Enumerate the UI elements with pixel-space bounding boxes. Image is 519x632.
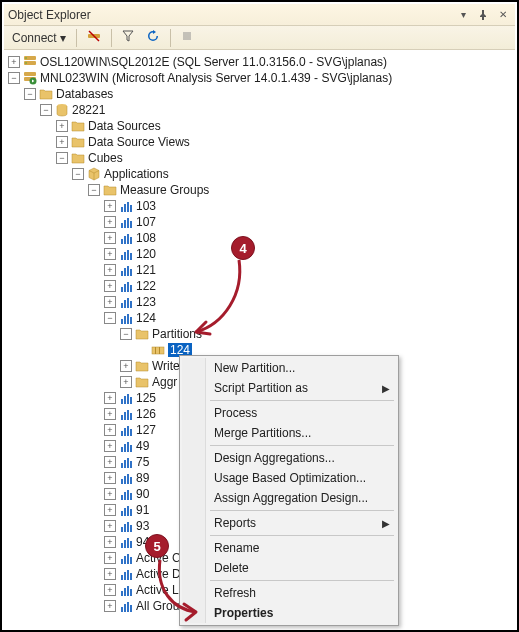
folder-icon bbox=[39, 87, 53, 101]
folder-icon bbox=[71, 119, 85, 133]
menu-properties[interactable]: Properties bbox=[182, 603, 396, 623]
menu-merge-partitions[interactable]: Merge Partitions... bbox=[182, 423, 396, 443]
bars-icon bbox=[119, 279, 133, 293]
measure-group-node[interactable]: +108 bbox=[6, 230, 515, 246]
svg-rect-2 bbox=[183, 32, 191, 40]
bars-icon bbox=[119, 599, 133, 613]
callout-5: 5 bbox=[145, 534, 169, 558]
cube-icon bbox=[87, 167, 101, 181]
bars-icon bbox=[119, 487, 133, 501]
menu-assign-aggregation[interactable]: Assign Aggregation Design... bbox=[182, 488, 396, 508]
analysis-server-node[interactable]: − MNL023WIN (Microsoft Analysis Server 1… bbox=[6, 70, 515, 86]
menu-new-partition[interactable]: New Partition... bbox=[182, 358, 396, 378]
folder-icon bbox=[103, 183, 117, 197]
panel-titlebar: Object Explorer ▾ ✕ bbox=[4, 4, 515, 26]
connect-button[interactable]: Connect ▾ bbox=[8, 29, 70, 47]
measure-groups-node[interactable]: − Measure Groups bbox=[6, 182, 515, 198]
menu-refresh[interactable]: Refresh bbox=[182, 583, 396, 603]
bars-icon bbox=[119, 503, 133, 517]
partition-icon bbox=[151, 343, 165, 357]
bars-icon bbox=[119, 391, 133, 405]
cube-node[interactable]: − Applications bbox=[6, 166, 515, 182]
measure-group-node[interactable]: +107 bbox=[6, 214, 515, 230]
callout-4: 4 bbox=[231, 236, 255, 260]
bars-icon bbox=[119, 535, 133, 549]
measure-group-node[interactable]: +121 bbox=[6, 262, 515, 278]
submenu-arrow-icon: ▶ bbox=[382, 383, 390, 394]
menu-process[interactable]: Process bbox=[182, 403, 396, 423]
measure-group-node[interactable]: +122 bbox=[6, 278, 515, 294]
database-node[interactable]: − 28221 bbox=[6, 102, 515, 118]
folder-icon bbox=[135, 359, 149, 373]
menu-rename[interactable]: Rename bbox=[182, 538, 396, 558]
measure-group-node[interactable]: +123 bbox=[6, 294, 515, 310]
data-sources-node[interactable]: + Data Sources bbox=[6, 118, 515, 134]
menu-reports[interactable]: Reports▶ bbox=[182, 513, 396, 533]
server-icon bbox=[23, 55, 37, 69]
bars-icon bbox=[119, 247, 133, 261]
submenu-arrow-icon: ▶ bbox=[382, 518, 390, 529]
server-node[interactable]: + OSL120WIN\SQL2012E (SQL Server 11.0.31… bbox=[6, 54, 515, 70]
folder-icon bbox=[71, 151, 85, 165]
cubes-node[interactable]: − Cubes bbox=[6, 150, 515, 166]
bars-icon bbox=[119, 407, 133, 421]
measure-group-node-124[interactable]: −124 bbox=[6, 310, 515, 326]
bars-icon bbox=[119, 519, 133, 533]
panel-title: Object Explorer bbox=[8, 8, 91, 22]
bars-icon bbox=[119, 551, 133, 565]
refresh-icon[interactable] bbox=[142, 27, 164, 48]
close-icon[interactable]: ✕ bbox=[495, 8, 511, 22]
bars-icon bbox=[119, 295, 133, 309]
partitions-node[interactable]: −Partitions bbox=[6, 326, 515, 342]
context-menu: New Partition... Script Partition as▶ Pr… bbox=[179, 355, 399, 626]
folder-icon bbox=[135, 327, 149, 341]
pin-icon[interactable] bbox=[475, 8, 491, 22]
filter-icon[interactable] bbox=[118, 28, 138, 47]
bars-icon bbox=[119, 567, 133, 581]
toolbar: Connect ▾ bbox=[4, 26, 515, 50]
bars-icon bbox=[119, 583, 133, 597]
bars-icon bbox=[119, 471, 133, 485]
menu-delete[interactable]: Delete bbox=[182, 558, 396, 578]
bars-icon bbox=[119, 199, 133, 213]
folder-icon bbox=[135, 375, 149, 389]
measure-group-node[interactable]: +103 bbox=[6, 198, 515, 214]
data-source-views-node[interactable]: + Data Source Views bbox=[6, 134, 515, 150]
disconnect-icon[interactable] bbox=[83, 27, 105, 48]
bars-icon bbox=[119, 439, 133, 453]
bars-icon bbox=[119, 423, 133, 437]
bars-icon bbox=[119, 231, 133, 245]
stop-icon[interactable] bbox=[177, 28, 197, 47]
measure-group-node[interactable]: +120 bbox=[6, 246, 515, 262]
bars-icon bbox=[119, 263, 133, 277]
menu-script-partition[interactable]: Script Partition as▶ bbox=[182, 378, 396, 398]
databases-node[interactable]: − Databases bbox=[6, 86, 515, 102]
folder-icon bbox=[71, 135, 85, 149]
menu-design-aggregations[interactable]: Design Aggregations... bbox=[182, 448, 396, 468]
dropdown-arrow-icon[interactable]: ▾ bbox=[455, 8, 471, 22]
bars-icon bbox=[119, 455, 133, 469]
menu-usage-optimization[interactable]: Usage Based Optimization... bbox=[182, 468, 396, 488]
bars-icon bbox=[119, 311, 133, 325]
bars-icon bbox=[119, 215, 133, 229]
server-running-icon bbox=[23, 71, 37, 85]
database-icon bbox=[55, 103, 69, 117]
